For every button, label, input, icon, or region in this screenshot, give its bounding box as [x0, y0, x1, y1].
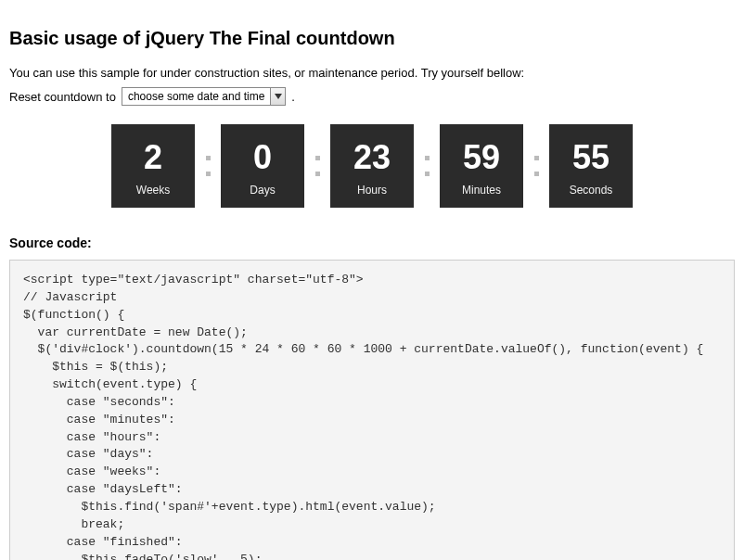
intro-text: You can use this sample for under constr… — [9, 66, 735, 80]
chevron-down-icon[interactable] — [270, 88, 285, 105]
countdown-label: Weeks — [136, 184, 170, 197]
source-heading: Source code: — [9, 235, 735, 250]
reset-label: Reset countdown to — [9, 90, 116, 104]
separator — [523, 156, 549, 176]
separator — [414, 156, 440, 176]
separator — [195, 156, 221, 176]
period-text: . — [291, 90, 295, 104]
reset-row: Reset countdown to choose some date and … — [9, 87, 735, 106]
countdown-label: Seconds — [570, 184, 613, 197]
separator — [304, 156, 330, 176]
countdown-value: 59 — [463, 141, 500, 174]
countdown-value: 0 — [253, 141, 272, 174]
countdown-tile-seconds: 55 Seconds — [549, 124, 633, 208]
countdown-label: Days — [250, 184, 275, 197]
countdown-clock: 2 Weeks 0 Days 23 Hours 59 Minutes 55 Se… — [9, 124, 735, 208]
countdown-value: 23 — [353, 141, 391, 174]
page-title: Basic usage of jQuery The Final countdow… — [9, 28, 735, 49]
countdown-tile-days: 0 Days — [221, 124, 304, 208]
datetime-select[interactable]: choose some date and time — [122, 87, 286, 106]
countdown-label: Hours — [357, 184, 387, 197]
countdown-value: 55 — [572, 141, 609, 174]
source-code-block: <script type="text/javascript" charset="… — [9, 260, 735, 560]
countdown-label: Minutes — [462, 184, 501, 197]
countdown-tile-weeks: 2 Weeks — [111, 124, 195, 208]
countdown-value: 2 — [144, 141, 162, 174]
svg-marker-0 — [275, 94, 282, 99]
datetime-select-value: choose some date and time — [122, 88, 270, 105]
countdown-tile-minutes: 59 Minutes — [440, 124, 523, 208]
countdown-tile-hours: 23 Hours — [330, 124, 414, 208]
